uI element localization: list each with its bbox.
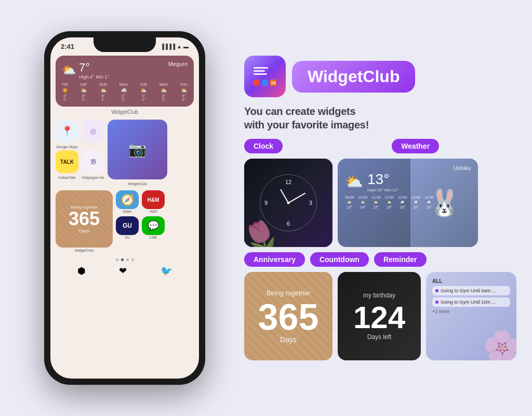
gu-label: GU [125,236,130,239]
gu-col: GU GU [116,216,139,239]
page-dots [50,258,199,261]
icon-dot-red [254,80,260,86]
weather-highlow: High:4° Min:1° [79,74,109,80]
weather-day-wed: WED ⛅ 3°2° [159,83,168,101]
hm-label: H&M [150,210,157,213]
nav-icon-2[interactable]: ❤ [119,265,127,277]
reminder-widget-preview: 🌸 ALL Going to Gym Until 6am ... Going t… [426,272,516,360]
widgetclub-phone-label: WidgetClub [50,109,199,115]
B-app-icon[interactable]: 𝔅 [82,150,104,173]
weather-preview-location: Ushiku [345,165,471,171]
status-time: 2:41 [61,43,74,50]
anni-being-small: Being together [71,205,98,210]
weather-day-fri: FRI ☀️ 4°1° [62,83,68,101]
maps-app-col: 📍 Google Maps TALK KakaoTalk [56,120,78,186]
anni-number-small: 365 [69,210,100,228]
hour-11: 11:00⛅15° [371,196,381,209]
safari-label: Safari [123,210,132,213]
anni-number-preview: 365 [258,299,319,335]
battery-icon: ▬ [183,44,189,49]
nav-icon-3[interactable]: 🐦 [161,265,172,277]
reminder-item-1: Going to Gym Until 6am ... [432,286,510,295]
dot-3 [126,258,129,261]
weather-left: ⛅ 7° High:4° Min:1° [62,61,109,80]
safari-icon[interactable]: 🧭 [116,190,139,209]
hour-13: 13:00☁️16° [398,196,407,209]
app-icon-decoration: 15 [249,63,281,90]
app-icon-large: 15 [244,56,286,97]
kakao-app-icon[interactable]: TALK [56,150,78,173]
countdown-number: 124 [353,302,405,333]
line-label: LINE [150,236,157,239]
icon-line-1 [254,67,268,69]
weather-location: Meguro [168,61,188,67]
app-header: 15 WidgetClub [244,56,516,97]
widgetclub-small-label: WidgetClub [75,249,94,252]
icon-line-3 [254,73,267,75]
cloud-icon: ⛅ [62,63,76,77]
weather-widget-phone: ⛅ 7° High:4° Min:1° Meguro [56,56,194,107]
photo-widget-col: 📷 WidgetClub [108,120,167,186]
photo-widget: 📷 [108,120,167,179]
weather-preview-hourly: 09:00⛅13° 10:00⛅14° 11:00⛅15° 12:00⛅16° … [345,196,471,209]
hand-minute [288,192,306,203]
reminder-dot-2 [435,301,438,304]
anni-days-small: Days [79,228,90,233]
hour-12: 12:00⛅16° [385,196,394,209]
weather-day-sat: SAT ⛅ 6°1° [81,83,87,101]
app-grid: 📍 Google Maps TALK KakaoTalk ◎ - 𝔅 Hotpe… [50,117,199,188]
wifi-app-col: ◎ - 𝔅 Hotpepper be [82,120,104,186]
weather-days: FRI ☀️ 4°1° SAT ⛅ 6°1° SUN ⛅ 8°1° [62,83,188,101]
hour-14: 14:00☁️16° [411,196,421,209]
line-col: 💬 LINE [142,216,165,239]
anni-being-preview: Being together [267,289,311,297]
anniversary-badge: Anniversary [244,252,305,267]
dot-4 [131,258,134,261]
countdown-label: my birthday [363,292,395,299]
icon-line-2 [254,70,265,72]
dot-1 [116,258,118,261]
hm-icon[interactable]: H&M [142,190,165,209]
weather-preview-highlow: High:16° Min:12° [367,188,398,192]
widget-row-1: 🌷 12 3 6 9 🐰 [244,159,516,247]
wifi-app-icon[interactable]: ◎ [82,120,104,142]
weather-day-mon: MON ☁️ 2°1° [119,83,127,101]
clock-face: 12 3 6 9 [260,174,317,231]
nav-icon-1[interactable]: ⬢ [77,265,86,277]
small-apps-grid: 🧭 Safari H&M H&M GU GU 💬 [116,190,165,239]
maps-app-icon[interactable]: 📍 [56,120,78,142]
bottom-widgets: Being together 365 Days WidgetClub 🧭 Saf… [50,188,199,254]
gu-icon[interactable]: GU [116,216,139,235]
anni-days-preview: Days [280,335,297,344]
reminder-item-2: Going to Gym Until 10m ... [432,297,510,307]
main-container: 2:41 ▐▐▐▐ ▲ ▬ ⛅ 7° [0,0,532,416]
reminder-flowers: 🌸 [483,329,516,360]
app-title-text: WidgetClub [308,67,400,86]
anniversary-widget-small: Being together 365 Days [56,190,113,248]
reminder-badge: Reminder [374,252,427,267]
weather-day-sun: SUN ⛅ 8°1° [99,83,107,101]
kakao-app-label: KakaoTalk [59,176,75,179]
maps-app-label: Google Maps [56,145,78,149]
widget-row-2: Being together 365 Days my birthday 124 … [244,272,516,360]
weather-day-thu: THU ⛅ 5°2° [180,83,188,101]
signal-icon: ▐▐▐▐ [161,44,175,49]
clock-badge: Clock [244,139,283,153]
weather-temp: 7° [79,61,109,74]
weather-preview-temp: 13° [367,171,398,188]
reminder-dot-1 [435,289,438,292]
countdown-widget-preview: my birthday 124 Days left [338,272,421,360]
line-icon[interactable]: 💬 [142,216,165,235]
weather-widget-preview: 🐰 Ushiku ⛅ 13° High:16° Min:12° 09:00⛅13… [338,159,478,247]
hour-09: 09:00⛅13° [345,196,354,209]
phone-section: 2:41 ▐▐▐▐ ▲ ▬ ⛅ 7° [16,31,234,385]
weather-preview-cloud: ⛅ [345,173,363,190]
hm-col: H&M H&M [142,190,165,213]
safari-col: 🧭 Safari [116,190,139,213]
app-title-badge: WidgetClub [292,61,415,93]
icon-dot-blue [262,80,268,86]
clock-center [287,202,290,204]
hour-15: 15:00☁️16° [424,196,434,209]
phone-screen: 2:41 ▐▐▐▐ ▲ ▬ ⛅ 7° [50,37,199,379]
weather-day-tue: TUE ⛅ 3°1° [140,83,147,101]
